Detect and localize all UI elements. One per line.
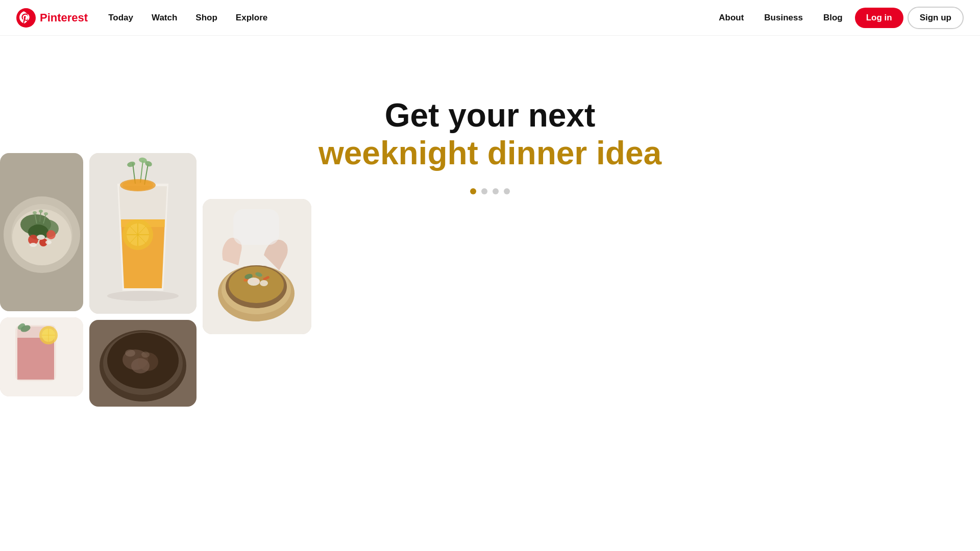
svg-point-67 [260,280,268,286]
image-collage [0,153,327,407]
collage-col-3 [203,153,311,407]
collage-col-1 [0,153,83,407]
hero-title-line1: Get your next [385,97,596,135]
nav-blog[interactable]: Blog [815,9,851,27]
nav-today[interactable]: Today [100,9,141,27]
svg-point-18 [39,210,43,213]
hero-section: Get your next weeknight dinner idea [0,36,980,551]
svg-point-13 [30,243,37,247]
svg-point-55 [141,352,150,358]
food-image-dark[interactable] [89,320,197,407]
svg-point-66 [248,278,260,286]
svg-point-10 [46,230,56,239]
nav-explore[interactable]: Explore [228,9,276,27]
svg-point-12 [45,240,52,244]
food-image-salad[interactable] [0,153,83,311]
svg-point-17 [33,211,37,214]
food-image-cooking-hands[interactable] [203,199,311,334]
navbar: Pinterest Today Watch Shop Explore About… [0,0,980,36]
dot-2[interactable] [481,188,487,194]
svg-point-32 [107,291,179,301]
logo-link[interactable]: Pinterest [16,8,88,28]
logo-text: Pinterest [40,11,88,24]
hero-title-line2: weeknight dinner idea [318,135,662,172]
nav-left-links: Today Watch Shop Explore [100,9,276,27]
dot-3[interactable] [493,188,499,194]
svg-point-54 [125,349,135,357]
pinterest-logo-icon [16,8,36,28]
nav-shop[interactable]: Shop [187,9,226,27]
collage-col-2 [89,153,197,407]
svg-rect-68 [233,209,279,245]
nav-watch[interactable]: Watch [143,9,185,27]
nav-business[interactable]: Business [756,9,811,27]
carousel-dots [470,188,510,194]
nav-right: About Business Blog Log in Sign up [710,7,964,29]
food-image-pink-drink[interactable] [0,317,83,396]
svg-point-53 [131,358,150,373]
dot-1[interactable] [470,188,476,194]
food-image-orange-drink[interactable] [89,153,197,314]
svg-point-19 [44,212,48,215]
dot-4[interactable] [504,188,510,194]
svg-point-46 [122,180,153,190]
login-button[interactable]: Log in [855,8,903,28]
signup-button[interactable]: Sign up [908,7,964,29]
svg-point-11 [37,235,45,240]
nav-about[interactable]: About [710,9,752,27]
